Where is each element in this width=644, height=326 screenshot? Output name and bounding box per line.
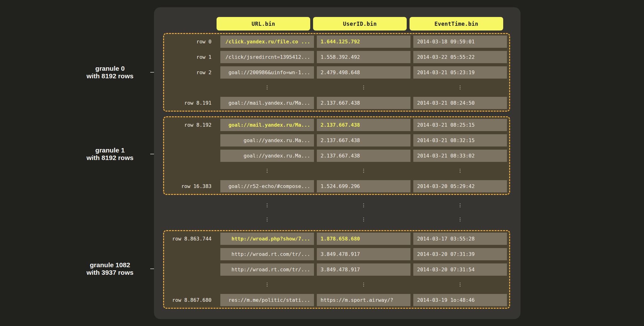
- column-chip-userid: UserID.bin: [313, 17, 407, 30]
- table-row: http://wroad.rt.com/tr/... 3.849.478.917…: [164, 263, 509, 276]
- userid-cell: 2.137.667.438: [317, 119, 410, 131]
- ellipsis-icon: ⋮: [220, 169, 314, 173]
- granule-1-label: granule 1 with 8192 rows: [72, 146, 148, 162]
- row-index-label: row 1: [164, 54, 217, 60]
- table-row: row 16.383 goal://r52-echo/#compose... 1…: [164, 180, 509, 192]
- eventtime-cell: 2014-03-19 1o:48:46: [413, 294, 507, 306]
- row-index-label: row 16.383: [164, 183, 217, 189]
- ellipsis-icon: ⋮: [220, 217, 314, 222]
- userid-cell: 1.644.125.792: [317, 36, 410, 48]
- url-cell: goal://yandex.ru.Ma...: [220, 150, 314, 162]
- userid-cell: 1.878.658.680: [317, 233, 410, 245]
- url-cell: res://m.me/politic/stati...: [220, 294, 314, 306]
- row-index-label: row 0: [164, 39, 217, 45]
- url-cell: goal://mail.yandex.ru/Ma...: [220, 119, 314, 131]
- userid-cell: https://m.sport.airway/?: [317, 294, 410, 306]
- eventtime-cell: 2014-03-21 05:23:19: [413, 66, 507, 79]
- userid-cell: 3.849.478.917: [317, 263, 410, 276]
- eventtime-cell: 2014-03-17 03:55:28: [413, 233, 507, 245]
- ellipsis-icon: ⋮: [220, 85, 314, 90]
- column-header-row: URL.bin UserID.bin EventTime.bin: [217, 17, 503, 30]
- userid-cell: 2.137.667.438: [317, 150, 410, 162]
- table-row: row 2 goal://200986&uinfo=wn-1... 2.479.…: [164, 66, 509, 79]
- eventtime-cell: 2014-03-20 07:31:39: [413, 248, 507, 260]
- ellipsis-icon: ⋮: [317, 217, 410, 222]
- granules-diagram: granule 0 with 8192 rows granule 1 with …: [0, 0, 644, 326]
- url-cell: /click/jsredircnt=1395412...: [220, 51, 314, 63]
- granule-0-label-line1: granule 0: [72, 65, 148, 72]
- ellipsis-row: ⋮ ⋮ ⋮: [164, 202, 509, 209]
- granule-1082-label-line2: with 3937 rows: [72, 269, 148, 276]
- eventtime-cell: 2014-03-21 08:32:15: [413, 134, 507, 146]
- userid-cell: 3.849.478.917: [317, 248, 410, 260]
- granule-box-1: row 8.192 goal://mail.yandex.ru/Ma... 2.…: [163, 116, 510, 195]
- row-index-label: row 8.867.680: [164, 297, 217, 303]
- eventtime-cell: 2014-03-20 05:29:42: [413, 180, 507, 192]
- ellipsis-icon: ⋮: [317, 282, 410, 287]
- url-cell: http://wroad.rt.com/tr/...: [220, 263, 314, 276]
- row-index-label: row 8.863.744: [164, 236, 217, 242]
- ellipsis-icon: ⋮: [317, 169, 410, 173]
- ellipsis-icon: ⋮: [413, 203, 507, 208]
- granule-1-label-line2: with 8192 rows: [72, 154, 148, 162]
- granule-box-0: row 0 /click.yandex.ru/file.co ... 1.644…: [163, 33, 510, 112]
- row-index-label: row 8.192: [164, 122, 217, 128]
- data-part-panel: URL.bin UserID.bin EventTime.bin row 0 /…: [154, 7, 520, 319]
- ellipsis-icon: ⋮: [317, 203, 410, 208]
- table-row: row 8.863.744 http://wroad.php?show/7...…: [164, 233, 509, 245]
- userid-cell: 1.524.699.296: [317, 180, 410, 192]
- url-cell: http://wroad.rt.com/tr/...: [220, 248, 314, 260]
- eventtime-cell: 2014-03-20 07:31:54: [413, 263, 507, 276]
- url-cell: /click.yandex.ru/file.co ...: [220, 36, 314, 48]
- eventtime-cell: 2014-03-21 08:25:15: [413, 119, 507, 131]
- ellipsis-row: ⋮ ⋮ ⋮: [164, 279, 509, 291]
- ellipsis-icon: ⋮: [413, 169, 507, 173]
- eventtime-cell: 2014-03-22 05:55:22: [413, 51, 507, 63]
- omitted-granules-band: ⋮ ⋮ ⋮ ⋮ ⋮ ⋮: [164, 195, 509, 230]
- granule-1082-label: granule 1082 with 3937 rows: [72, 261, 148, 276]
- granule-0-label-line2: with 8192 rows: [72, 72, 148, 80]
- ellipsis-icon: ⋮: [413, 217, 507, 222]
- granule-box-1082: row 8.863.744 http://wroad.php?show/7...…: [163, 230, 510, 309]
- userid-cell: 2.137.667.438: [317, 134, 410, 146]
- ellipsis-icon: ⋮: [413, 282, 507, 287]
- eventtime-cell: 2014-03-18 09:59:01: [413, 36, 507, 48]
- userid-cell: 1.558.392.492: [317, 51, 410, 63]
- table-row: row 8.192 goal://mail.yandex.ru/Ma... 2.…: [164, 119, 509, 131]
- eventtime-cell: 2014-03-21 08:24:50: [413, 97, 507, 109]
- ellipsis-row: ⋮ ⋮ ⋮: [164, 216, 509, 224]
- table-row: row 8.191 goal://mail.yandex.ru/Ma... 2.…: [164, 97, 509, 109]
- granule-1082-label-line1: granule 1082: [72, 261, 148, 269]
- ellipsis-icon: ⋮: [220, 203, 314, 208]
- table-row: goal://yandex.ru.Ma... 2.137.667.438 201…: [164, 150, 509, 162]
- url-cell: goal://yandex.ru.Ma...: [220, 134, 314, 146]
- url-cell: http://wroad.php?show/7...: [220, 233, 314, 245]
- row-index-label: row 2: [164, 69, 217, 75]
- ellipsis-row: ⋮ ⋮ ⋮: [164, 165, 509, 177]
- granule-0-label: granule 0 with 8192 rows: [72, 65, 148, 80]
- ellipsis-row: ⋮ ⋮ ⋮: [164, 81, 509, 94]
- table-row: row 0 /click.yandex.ru/file.co ... 1.644…: [164, 36, 509, 48]
- granule-1-label-line1: granule 1: [72, 146, 148, 154]
- ellipsis-icon: ⋮: [220, 282, 314, 287]
- eventtime-cell: 2014-03-21 08:33:02: [413, 150, 507, 162]
- table-row: http://wroad.rt.com/tr/... 3.849.478.917…: [164, 248, 509, 260]
- ellipsis-icon: ⋮: [317, 85, 410, 90]
- table-row: row 1 /click/jsredircnt=1395412... 1.558…: [164, 51, 509, 63]
- userid-cell: 2.137.667.438: [317, 97, 410, 109]
- url-cell: goal://r52-echo/#compose...: [220, 180, 314, 192]
- table-row: goal://yandex.ru.Ma... 2.137.667.438 201…: [164, 134, 509, 146]
- userid-cell: 2.479.498.648: [317, 66, 410, 79]
- url-cell: goal://200986&uinfo=wn-1...: [220, 66, 314, 79]
- column-chip-url: URL.bin: [217, 17, 310, 30]
- ellipsis-icon: ⋮: [413, 85, 507, 90]
- column-chip-eventtime: EventTime.bin: [410, 17, 503, 30]
- row-index-label: row 8.191: [164, 100, 217, 106]
- table-row: row 8.867.680 res://m.me/politic/stati..…: [164, 294, 509, 306]
- url-cell: goal://mail.yandex.ru/Ma...: [220, 97, 314, 109]
